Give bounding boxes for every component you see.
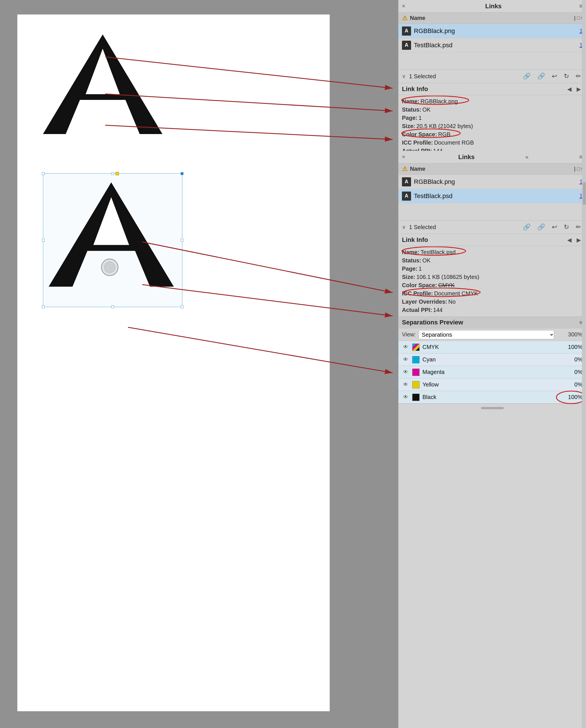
link-row-top-2[interactable]: A TestBlack.psd 1 — [399, 38, 586, 52]
right-panel: × Links ≡ ⚠ Name | □↑ A RGBBlack.png 1 A… — [398, 0, 586, 728]
swatch-bottom-yellow — [412, 381, 420, 388]
panel-scrollbar-thumb[interactable] — [583, 182, 586, 205]
link-info-name-top: Name: RGBBlack.png — [402, 97, 583, 106]
update-btn-top[interactable]: ↩ — [550, 72, 559, 81]
link-info-icc-bottom: ICC Profile: Document CMYK — [402, 289, 583, 298]
handle-tm[interactable] — [111, 172, 114, 175]
handle-br[interactable] — [181, 305, 184, 308]
eye-bottom-cyan[interactable]: 👁 — [402, 357, 409, 362]
update-btn-bottom[interactable]: ↩ — [550, 223, 559, 231]
chevron-bottom: ∨ — [402, 224, 406, 230]
edit-btn-bottom[interactable]: ✏ — [574, 223, 583, 231]
link-info-colorspace-top: Color Space: RGB — [402, 130, 583, 138]
links-panel-bottom-close[interactable]: × — [402, 154, 405, 160]
yellow-handle[interactable] — [115, 172, 119, 175]
name-label-bottom: Name: — [402, 249, 419, 256]
link-info-page-bottom: Page: 1 — [402, 265, 583, 273]
name-value-top: RGBBlack.png — [421, 98, 458, 105]
file-icon-top-1: A — [402, 26, 411, 35]
relink-btn-bottom[interactable]: 🔗 — [521, 223, 532, 231]
links-panel-bottom-header: × Links « ≡ — [399, 151, 586, 163]
sep-name-bottom-cmyk: CMYK — [422, 344, 568, 350]
handle-tr[interactable] — [181, 172, 184, 175]
sort-icons-top[interactable]: | □↑ — [574, 15, 583, 21]
eye-bottom-yellow[interactable]: 👁 — [402, 382, 409, 387]
nav-next-top[interactable]: ▶ — [575, 85, 583, 93]
colorspace-label-bottom: Color Space: — [402, 282, 437, 289]
link-btn-bottom[interactable]: 🔗 — [536, 223, 547, 231]
sep-view-row-bottom: View: Separations 300% — [399, 329, 586, 341]
nav-prev-bottom[interactable]: ◀ — [565, 236, 573, 244]
status-value-bottom: OK — [422, 257, 431, 264]
edit-btn-top[interactable]: ✏ — [574, 72, 583, 81]
handle-mr[interactable] — [181, 239, 184, 242]
links-table-bottom-header: ⚠ Name | □↑ — [399, 163, 586, 175]
status-label-bottom: Status: — [402, 257, 421, 264]
sort-icons-bottom[interactable]: | □↑ — [574, 166, 583, 172]
link-row-top-1[interactable]: A RGBBlack.png 1 — [399, 24, 586, 38]
link-btn-top[interactable]: 🔗 — [536, 72, 547, 81]
link-info-title-top: Link Info — [402, 85, 428, 93]
handle-ml[interactable] — [42, 239, 45, 242]
nav-prev-top[interactable]: ◀ — [565, 85, 573, 93]
handle-tl[interactable] — [42, 172, 45, 175]
link-info-title-bottom: Link Info — [402, 236, 428, 243]
eye-bottom-magenta[interactable]: 👁 — [402, 370, 409, 375]
eye-bottom-black[interactable]: 👁 — [402, 395, 409, 400]
panel-scrollbar[interactable] — [582, 0, 586, 728]
file-icon-bottom-2: A — [402, 191, 411, 201]
eye-bottom-cmyk[interactable]: 👁 — [402, 345, 409, 350]
relink-btn-top[interactable]: 🔗 — [521, 72, 532, 81]
page-label-top: Page: — [402, 115, 417, 121]
swatch-bottom-magenta — [412, 368, 420, 376]
refresh-btn-bottom[interactable]: ↻ — [562, 223, 570, 231]
handle-bm[interactable] — [111, 305, 114, 308]
link-info-header-top: Link Info ◀ ▶ — [399, 83, 586, 95]
warning-icon-top: ⚠ — [402, 15, 408, 22]
icc-value-top: Document RGB — [434, 139, 474, 146]
links-panel-bottom-collapse[interactable]: « — [526, 154, 529, 160]
icc-label-bottom: ICC Profile: — [402, 290, 433, 297]
link-info-status-bottom: Status: OK — [402, 256, 583, 265]
link-info-size-bottom: Size: 106.1 KB (108625 bytes) — [402, 273, 583, 281]
link-info-page-top: Page: 1 — [402, 114, 583, 122]
scrollbar-area-bottom — [399, 404, 586, 412]
sep-row-bottom-black: 👁 Black 100% — [399, 391, 586, 404]
selected-label-bottom: 1 Selected — [409, 224, 518, 231]
links-panel-top-close[interactable]: × — [402, 3, 405, 9]
scrollbar-thumb-bottom[interactable] — [481, 407, 504, 409]
sep-percent-bottom-magenta: 0% — [574, 369, 583, 375]
canvas-area — [0, 0, 398, 728]
nav-next-bottom[interactable]: ▶ — [575, 236, 583, 244]
layeroverrides-value-bottom: No — [448, 298, 456, 305]
name-col-header-top: Name — [410, 15, 425, 21]
sep-percent-bottom-yellow: 0% — [574, 381, 583, 388]
handle-bl[interactable] — [42, 305, 45, 308]
link-info-body-bottom: Name: TestBlack.psd Status: OK Page: 1 S… — [399, 246, 586, 316]
link-info-icc-top: ICC Profile: Document RGB — [402, 138, 583, 147]
sep-view-select-bottom[interactable]: Separations — [419, 330, 554, 339]
file-icon-bottom-1: A — [402, 177, 411, 186]
sep-percent-bottom-cmyk: 100% — [568, 344, 583, 350]
spacer-bottom — [399, 203, 586, 220]
name-value-bottom: TestBlack.psd — [421, 249, 455, 256]
link-row-bottom-1[interactable]: A RGBBlack.png 1 — [399, 175, 586, 189]
selected-label-top: 1 Selected — [409, 73, 518, 80]
nav-arrows-top: ◀ ▶ — [565, 85, 583, 93]
link-info-colorspace-bottom: Color Space: CMYK — [402, 281, 583, 289]
size-label-bottom: Size: — [402, 274, 415, 280]
page-sort-icon-bottom[interactable]: | □↑ — [574, 166, 583, 172]
sep-percent-bottom-cyan: 0% — [574, 356, 583, 363]
refresh-btn-top[interactable]: ↻ — [562, 72, 570, 81]
colorspace-value-top: RGB — [438, 131, 450, 138]
links-panel-bottom-title: Links — [458, 153, 475, 161]
link-info-header-bottom: Link Info ◀ ▶ — [399, 234, 586, 246]
sep-percent-bottom-black: 100% — [568, 394, 583, 400]
page-label-bottom: Page: — [402, 265, 417, 272]
page-sort-icon-top[interactable]: | □↑ — [574, 15, 583, 21]
svg-point-5 — [104, 262, 115, 272]
warning-icon-bottom: ⚠ — [402, 165, 408, 173]
link-row-bottom-2[interactable]: A TestBlack.psd 1 — [399, 189, 586, 203]
links-panel-top-header: × Links ≡ — [399, 0, 586, 12]
status-label-top: Status: — [402, 106, 421, 113]
